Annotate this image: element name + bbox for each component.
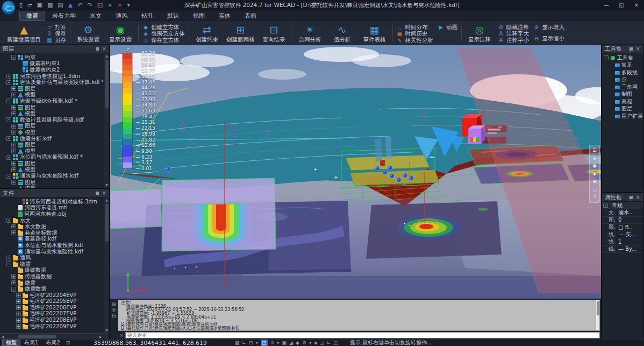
properties-section[interactable]: - 常规 bbox=[602, 202, 643, 209]
ribbon-button[interactable]: ⊖显示缩小 bbox=[533, 36, 564, 42]
expander-icon[interactable]: - bbox=[6, 155, 11, 160]
toggle-icon[interactable]: ⊕ bbox=[592, 154, 597, 163]
pin-icon[interactable] bbox=[629, 47, 633, 51]
expander-icon[interactable]: + bbox=[11, 274, 16, 279]
menu-tab[interactable]: 钻孔 bbox=[134, 11, 160, 21]
toggle-icon[interactable]: ∟ bbox=[242, 340, 246, 346]
expander-icon[interactable]: - bbox=[6, 136, 11, 141]
save-as-icon[interactable]: ▩ bbox=[47, 1, 53, 10]
tree-item[interactable]: +图层 bbox=[1, 86, 103, 92]
expander-icon[interactable]: + bbox=[11, 111, 16, 116]
layout-tab[interactable]: 模型 bbox=[2, 340, 20, 346]
expander-icon[interactable]: - bbox=[6, 80, 11, 85]
expander-icon[interactable]: - bbox=[11, 55, 16, 60]
scroll-down-icon[interactable]: ▼ bbox=[104, 328, 109, 333]
ribbon-button[interactable]: A注释字小 bbox=[498, 37, 529, 44]
close-doc-icon[interactable]: × bbox=[108, 1, 112, 10]
console-tab[interactable]: 命令行 bbox=[110, 299, 118, 339]
tree-item[interactable]: +毛坪矿202208EVP bbox=[1, 317, 103, 323]
tree-item[interactable]: +用户扩展 bbox=[603, 112, 643, 120]
expander-icon[interactable]: + bbox=[16, 324, 21, 329]
tree-item[interactable]: +模型 bbox=[1, 148, 103, 154]
property-row[interactable]: 线...— 实... bbox=[602, 231, 643, 239]
tree-item[interactable]: +多段线 bbox=[603, 69, 643, 76]
scrollbar-thumb[interactable] bbox=[105, 204, 109, 242]
expander-icon[interactable]: - bbox=[6, 117, 11, 122]
toggle-icon[interactable]: ◱ bbox=[592, 186, 597, 194]
ribbon-button[interactable]: ✴台网分析 bbox=[296, 23, 324, 43]
scroll-left-icon[interactable]: ◀ bbox=[0, 334, 5, 339]
expander-icon[interactable]: + bbox=[11, 93, 16, 97]
expander-icon[interactable]: + bbox=[11, 161, 16, 166]
toggle-icon[interactable]: ⊕ bbox=[270, 340, 275, 346]
menu-tab[interactable]: 水文 bbox=[83, 11, 109, 21]
toggle-icon[interactable]: ◳ bbox=[261, 340, 268, 346]
expander-icon[interactable]: + bbox=[16, 293, 21, 298]
close-icon[interactable]: × bbox=[102, 189, 106, 197]
close-icon[interactable]: × bbox=[102, 45, 106, 53]
tree-item[interactable]: +图层 bbox=[1, 104, 103, 111]
tree-item[interactable]: +巷道坐标数据 bbox=[1, 230, 103, 236]
tree-item[interactable]: +图层 bbox=[1, 179, 103, 186]
layers-scrollbar[interactable]: ▲ ▼ bbox=[104, 53, 109, 188]
ribbon-button[interactable]: ∿值分析 bbox=[328, 23, 356, 43]
tree-item[interactable]: -工具集 bbox=[603, 54, 643, 62]
expander-icon[interactable]: + bbox=[11, 280, 16, 285]
ribbon-button[interactable]: ⊕显示增大 bbox=[533, 24, 564, 31]
menu-tab[interactable]: 实体 bbox=[212, 11, 238, 21]
ribbon-button[interactable]: ∿相关性分析 bbox=[397, 37, 434, 44]
tree-item[interactable]: +毛坪矿202207EVP bbox=[1, 311, 103, 317]
console-log[interactable]: 注意: 微震事件数量: 1326 时间范围: 2025-07-01 00:57:… bbox=[118, 300, 600, 331]
toggle-icon[interactable]: ▾ bbox=[309, 340, 312, 346]
scrollbar-thumb[interactable] bbox=[105, 60, 109, 108]
expander-icon[interactable]: - bbox=[6, 174, 11, 179]
toggle-icon[interactable]: ◢ bbox=[289, 340, 293, 346]
tree-item[interactable]: +模型 bbox=[1, 110, 103, 117]
tree-item[interactable]: -岩爆等级综合预测.kdf * bbox=[1, 98, 103, 104]
toggle-icon[interactable]: ⇕ bbox=[592, 193, 597, 201]
tree-item[interactable]: -水文 bbox=[1, 217, 103, 224]
app-logo-icon[interactable] bbox=[2, 1, 16, 15]
toggle-icon[interactable]: ▣ bbox=[592, 178, 597, 186]
scroll-down-icon[interactable]: ▼ bbox=[104, 182, 109, 188]
expander-icon[interactable]: + bbox=[11, 230, 16, 235]
new-file-icon[interactable]: ▯ bbox=[19, 1, 23, 10]
tree-item[interactable]: +毛坪矿202206EVP bbox=[1, 305, 103, 311]
tree-item[interactable]: -约束 bbox=[1, 54, 103, 61]
save-icon[interactable]: ▣ bbox=[37, 1, 42, 10]
toggle-icon[interactable]: ▣ bbox=[282, 340, 287, 346]
toggle-icon[interactable]: ⚙ bbox=[302, 340, 306, 346]
property-row[interactable]: 线...— By... bbox=[602, 246, 643, 253]
window-icon[interactable]: ◱ bbox=[97, 1, 103, 10]
expander-icon[interactable]: + bbox=[11, 130, 16, 135]
app-a-icon[interactable]: ▲ bbox=[68, 1, 73, 10]
toggle-icon[interactable]: ◉ bbox=[592, 162, 597, 170]
toggle-icon[interactable]: ▾ bbox=[277, 340, 280, 346]
tree-item[interactable]: +河东河西巷道模型1.3dm bbox=[1, 73, 103, 80]
viewport-3d[interactable]: z 63.2660.0956.9353.7750.6147.4444.2841.… bbox=[110, 45, 601, 299]
pin-icon[interactable] bbox=[96, 47, 99, 51]
expander-icon[interactable]: + bbox=[16, 312, 21, 316]
layout-tab[interactable]: 布局2 bbox=[42, 340, 63, 346]
menu-tab[interactable]: 表面 bbox=[238, 11, 263, 21]
layout-tab[interactable]: 布局1 bbox=[20, 340, 42, 346]
expander-icon[interactable]: + bbox=[11, 86, 16, 91]
expander-icon[interactable]: - bbox=[11, 287, 16, 292]
expander-icon[interactable]: + bbox=[11, 180, 16, 185]
toggle-icon[interactable]: ⊡ bbox=[592, 146, 597, 154]
tree-item[interactable]: +高程 bbox=[603, 98, 643, 105]
restore-button[interactable]: ◱ bbox=[614, 0, 629, 11]
tree-item[interactable]: +模型 bbox=[1, 167, 103, 173]
tree-item[interactable]: -微震 bbox=[1, 261, 103, 267]
viewport-nav-toolbar[interactable]: ⊡⊕◉◈▣◱⇕ bbox=[589, 145, 600, 203]
tree-item[interactable]: +制图 bbox=[603, 91, 643, 98]
tree-item[interactable]: +模型 bbox=[1, 185, 103, 188]
tree-item[interactable]: -数值计算岩爆风险等级.kdf bbox=[1, 117, 103, 123]
scroll-right-icon[interactable]: ▶ bbox=[98, 334, 103, 339]
property-row[interactable]: 文...涌水... bbox=[602, 209, 643, 217]
scroll-up-icon[interactable]: ▲ bbox=[104, 197, 109, 203]
close-icon[interactable]: × bbox=[636, 45, 640, 53]
tree-item[interactable]: -水位面与涌水量预测.kdf * bbox=[1, 154, 103, 161]
expander-icon[interactable]: + bbox=[6, 74, 11, 79]
ribbon-button[interactable]: ◇保存立方体 bbox=[142, 37, 185, 44]
